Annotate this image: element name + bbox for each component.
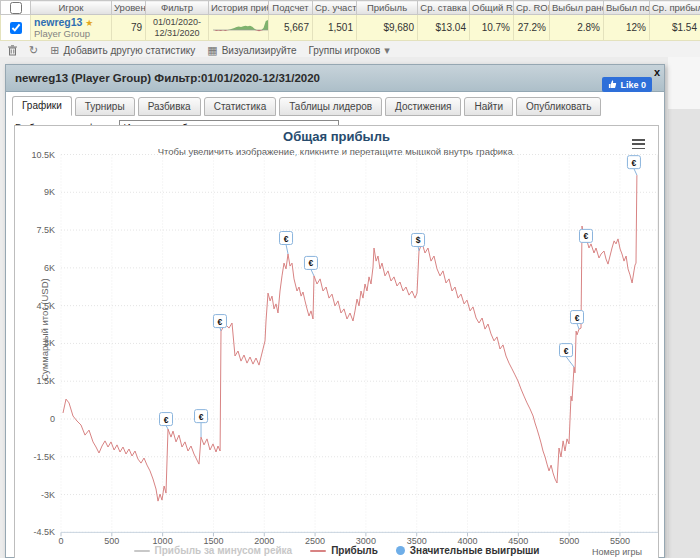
select-all-header	[1, 1, 31, 15]
facebook-like-button[interactable]: Like 0	[602, 77, 652, 92]
avg-profit-cell: $1.54	[650, 15, 700, 41]
trash-icon	[8, 45, 17, 56]
column-header[interactable]: Ср. ROI	[514, 1, 550, 15]
total-roi-cell: 10.7%	[470, 15, 514, 41]
legend-item[interactable]: Прибыль	[310, 545, 378, 556]
marker-callout-line	[566, 357, 574, 368]
marker-callout-line	[311, 269, 314, 276]
dialog-header: newreg13 (Player Group) Фильтр:01/01/202…	[6, 65, 664, 92]
marker-currency-label: €	[584, 231, 589, 241]
tab-find[interactable]: Найти	[464, 97, 513, 116]
marker-currency-label: €	[309, 258, 314, 268]
column-header[interactable]: Подсчет	[269, 1, 313, 15]
marker-currency-label: €	[284, 234, 289, 244]
select-all-checkbox[interactable]	[10, 2, 22, 14]
profit-cell: $9,680	[357, 15, 418, 41]
marker-currency-label: €	[199, 412, 204, 422]
avg-roi-cell: 27.2%	[514, 15, 550, 41]
star-icon: ★	[85, 18, 93, 28]
y-tick-label: 10.5K	[31, 150, 55, 160]
chart-legend: Прибыль за минусом рейкаПрибыльЗначитель…	[15, 545, 658, 556]
count-cell: 5,667	[269, 15, 313, 41]
marker-callout-line	[286, 245, 288, 255]
dialog-title: newreg13 (Player Group) Фильтр:01/01/202…	[6, 65, 664, 91]
y-tick-label: 3K	[44, 338, 55, 348]
column-header[interactable]: Прибыль	[357, 1, 418, 15]
marker-callout-line	[634, 169, 637, 176]
filter-cell: 01/01/2020- 12/31/2020	[146, 15, 209, 41]
column-header[interactable]: Ср. участни	[313, 1, 357, 15]
add-statistic-button[interactable]: ⊞ Добавить другую статистику	[50, 45, 195, 56]
y-tick-label: 1.5K	[36, 376, 55, 386]
column-header[interactable]: Выбыл рано	[550, 1, 604, 15]
refresh-button[interactable]: ↻	[29, 45, 38, 56]
stats-header-row: ИгрокУровеньФильтрИстория прибПодсчетСр.…	[1, 1, 700, 15]
marker-callout-line	[166, 426, 168, 430]
stats-table: ИгрокУровеньФильтрИстория прибПодсчетСр.…	[0, 0, 700, 41]
profit-sparkline[interactable]	[212, 17, 269, 37]
marker-currency-label: $	[416, 235, 421, 245]
column-header[interactable]: Общий ROI	[470, 1, 514, 15]
tab-charts[interactable]: Графики	[12, 96, 72, 116]
visualize-button[interactable]: ▦ Визуализируйте	[207, 45, 296, 56]
y-tick-label: 7.5K	[36, 225, 55, 235]
column-header[interactable]: Фильтр	[146, 1, 209, 15]
column-header[interactable]: Уровень	[112, 1, 146, 15]
player-groups-button[interactable]: Группы игроков ▾	[309, 45, 390, 56]
legend-dot-icon	[396, 546, 405, 555]
profit-chart[interactable]: 0500100015002000250030003500400045005000…	[15, 126, 658, 558]
row-checkbox[interactable]	[10, 22, 22, 34]
player-type-label: Player Group	[34, 28, 90, 39]
y-tick-label: 9K	[44, 187, 55, 197]
profit-history-cell	[209, 15, 269, 41]
marker-currency-label: €	[575, 313, 580, 323]
tab-leaderboards[interactable]: Таблицы лидеров	[279, 97, 382, 116]
marker-currency-label: €	[164, 415, 169, 425]
chevron-down-icon: ▾	[384, 45, 390, 56]
y-tick-label: 6K	[44, 263, 55, 273]
y-tick-label: 4.5K	[36, 301, 55, 311]
legend-line-icon	[134, 550, 150, 552]
tab-statistics[interactable]: Статистика	[204, 97, 277, 116]
profit-line	[63, 175, 637, 501]
thumb-up-icon	[608, 80, 617, 89]
column-header[interactable]: Выбыл позд	[604, 1, 650, 15]
legend-item[interactable]: Значительные выигрыши	[396, 545, 540, 556]
tab-bar: ГрафикиТурнирыРазбивкаСтатистикаТаблицы …	[12, 96, 664, 116]
late-bust-cell: 12%	[604, 15, 650, 41]
column-header[interactable]: История приб	[209, 1, 269, 15]
marker-callout-line	[418, 246, 419, 251]
table-row: newreg13 ★ Player Group 79 01/01/2020- 1…	[1, 15, 700, 41]
tab-tournaments[interactable]: Турниры	[75, 97, 135, 116]
level-cell: 79	[112, 15, 146, 41]
avg-entrants-cell: 1,501	[313, 15, 357, 41]
legend-item[interactable]: Прибыль за минусом рейка	[134, 545, 293, 556]
close-icon[interactable]: x	[654, 66, 660, 78]
chart-icon: ▦	[207, 45, 217, 56]
player-cell: newreg13 ★ Player Group	[31, 15, 112, 41]
marker-callout-line	[577, 324, 579, 330]
column-header[interactable]: Ср. ставка	[418, 1, 470, 15]
legend-line-icon	[310, 550, 326, 552]
background-right-panel: Акт	[668, 109, 700, 558]
column-header[interactable]: Игрок	[31, 1, 112, 15]
refresh-icon: ↻	[29, 45, 38, 56]
chart-panel: Общая прибыль Чтобы увеличить изображени…	[14, 125, 659, 558]
y-tick-label: 0	[50, 414, 55, 424]
marker-currency-label: €	[632, 158, 637, 168]
marker-callout-line	[220, 328, 221, 332]
tab-breakdown[interactable]: Разбивка	[138, 97, 201, 116]
column-header[interactable]: Ср. прибыль	[650, 1, 700, 15]
tab-publish[interactable]: Опубликовать	[516, 97, 601, 116]
row-checkbox-cell	[1, 15, 31, 41]
background-right-top	[668, 57, 700, 109]
marker-currency-label: €	[218, 317, 223, 327]
y-tick-label: -3K	[41, 490, 55, 500]
delete-button[interactable]	[8, 45, 17, 56]
add-window-icon: ⊞	[50, 45, 59, 56]
y-tick-label: -1.5K	[33, 452, 55, 462]
player-dialog: newreg13 (Player Group) Фильтр:01/01/202…	[5, 64, 665, 558]
tab-achievements[interactable]: Достижения	[385, 97, 461, 116]
player-link[interactable]: newreg13	[34, 16, 82, 28]
early-bust-cell: 2.8%	[550, 15, 604, 41]
